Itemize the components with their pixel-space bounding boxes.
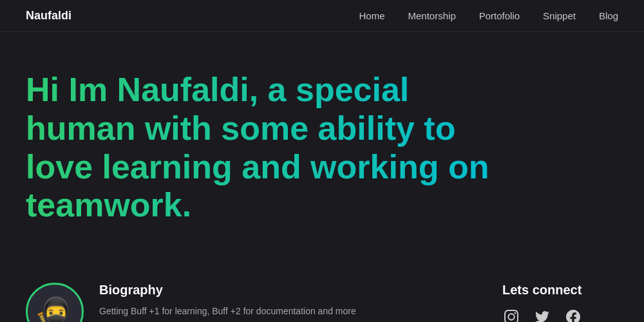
nav-links: Home Mentorship Portofolio Snippet Blog — [359, 10, 619, 22]
nav-mentorship[interactable]: Mentorship — [408, 10, 456, 21]
site-logo[interactable]: Naufaldi — [26, 9, 71, 23]
nav-home[interactable]: Home — [359, 10, 385, 21]
avatar-emoji: 🥷 — [34, 298, 76, 322]
connect-title: Lets connect — [502, 283, 618, 298]
navbar: Naufaldi Home Mentorship Portofolio Snip… — [0, 0, 644, 32]
bio-content: Biography Getting Buff +1 for learning, … — [99, 283, 370, 322]
hero-section: Hi Im Naufaldi, a special human with som… — [0, 32, 644, 283]
avatar-wrapper: 🥷 — [26, 283, 84, 322]
nav-blog[interactable]: Blog — [599, 10, 618, 21]
bio-title: Biography — [99, 283, 370, 298]
connect-section: Lets connect — [502, 283, 644, 322]
avatar: 🥷 — [26, 283, 84, 322]
bottom-row: 🥷 Biography Getting Buff +1 for learning… — [0, 283, 644, 322]
hero-title: Hi Im Naufaldi, a special human with som… — [26, 71, 515, 225]
bio-text-before: Getting Buff +1 for learning, Buff +2 fo… — [99, 306, 356, 322]
biography-section: 🥷 Biography Getting Buff +1 for learning… — [0, 283, 395, 322]
nav-snippet[interactable]: Snippet — [543, 10, 576, 21]
facebook-icon[interactable] — [564, 308, 582, 322]
bio-text: Getting Buff +1 for learning, Buff +2 fo… — [99, 304, 370, 322]
instagram-icon[interactable] — [502, 308, 520, 322]
social-icons — [502, 308, 618, 322]
twitter-icon[interactable] — [533, 308, 551, 322]
nav-portofolio[interactable]: Portofolio — [479, 10, 520, 21]
